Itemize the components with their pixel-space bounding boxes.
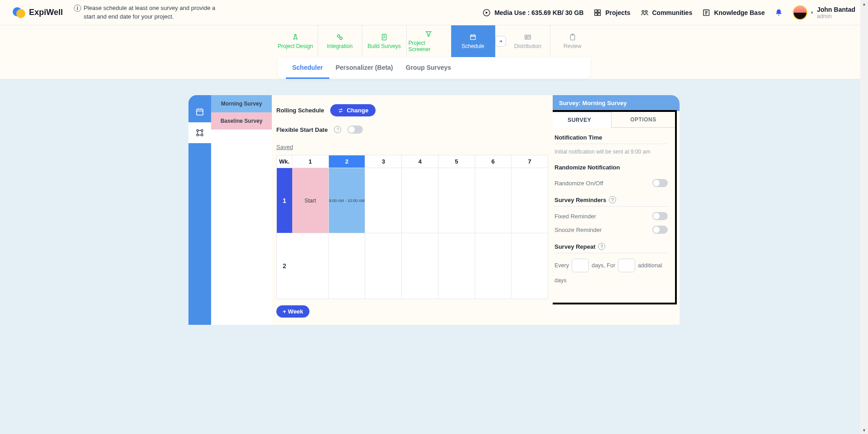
rail-logic[interactable] [188,122,211,143]
help-icon[interactable]: ? [598,243,605,250]
step-review[interactable]: Review [550,25,595,57]
subtab-group-surveys[interactable]: Group Surveys [400,58,458,79]
svg-point-6 [645,10,647,13]
plus-icon: + [283,308,286,315]
calendar-icon [195,107,204,116]
cal-cell[interactable] [475,168,512,233]
brand-logo[interactable]: ExpiWell [13,6,63,19]
info-icon: i [74,5,81,12]
cal-header-wk: Wk. [277,155,292,168]
cal-cell[interactable] [402,168,439,233]
nav-knowledge-base[interactable]: Knowledge Base [702,9,765,17]
cal-cell[interactable] [292,233,329,299]
cal-cell[interactable] [329,233,366,299]
help-icon[interactable]: ? [609,196,616,203]
survey-item-baseline[interactable]: Baseline Survey [211,112,272,130]
center-panel: Rolling Schedule Change Flexible Start D… [272,95,553,325]
notification-time-title: Notification Time [555,134,668,144]
nav-communities[interactable]: Communities [641,9,693,17]
media-use-text: Media Use : 635.69 KB/ 30 GB [494,9,583,16]
repeat-title-text: Survey Repeat [555,243,595,250]
rolling-label: Rolling Schedule [276,107,324,114]
tab-options[interactable]: OPTIONS [612,112,675,128]
step-label: Project Screener [409,40,449,53]
reminders-title: Survey Reminders ? [555,196,668,207]
step-distribution[interactable]: Distribution [506,25,550,57]
step-build-surveys[interactable]: Build Surveys [362,25,407,57]
cal-cell[interactable] [402,233,439,299]
cal-cell[interactable] [511,168,548,233]
randomize-label: Randomize On/Off [555,180,603,187]
cal-cell-slot[interactable]: 9:00 AM - 10:00 AM [329,168,366,233]
right-panel-tabs: SURVEY OPTIONS [553,112,675,128]
app-header: ExpiWell i Please schedule at least one … [0,0,868,25]
svg-point-19 [201,130,203,131]
saved-status: Saved [276,144,293,150]
repeat-additional-input[interactable] [618,259,635,272]
cal-header-day: 3 [365,155,402,168]
bell-icon[interactable] [775,9,783,17]
cal-cell[interactable] [439,233,475,299]
survey-list: Morning Survey Baseline Survey [211,95,272,325]
section-reminders: Survey Reminders ? Fixed Reminder Snooze… [553,190,675,236]
funnel-icon [424,30,433,38]
randomize-toggle[interactable] [652,179,668,187]
gears-icon [336,33,344,41]
media-use-indicator[interactable]: Media Use : 635.69 KB/ 30 GB [482,9,583,17]
cal-header-day: 2 [329,155,366,168]
step-schedule[interactable]: Schedule [451,25,496,57]
snooze-toggle[interactable] [652,226,668,234]
cal-header-day: 6 [475,155,512,168]
step-label: Build Surveys [367,43,400,49]
steps-bar: Project Design Integration Build Surveys… [0,25,868,58]
section-repeat: Survey Repeat ? Every days, For addition… [553,236,675,289]
cal-cell[interactable] [365,233,402,299]
flexible-toggle[interactable] [347,125,363,134]
notification-time-desc: Initial notification will be sent at 9:0… [555,149,668,155]
nav-communities-label: Communities [652,9,693,16]
rail-calendar[interactable] [188,101,211,122]
svg-point-9 [338,35,340,37]
subtab-scheduler[interactable]: Scheduler [286,58,329,79]
chevron-down-icon: ▾ [811,10,813,15]
cal-cell[interactable] [439,168,475,233]
step-project-screener[interactable]: Project Screener [407,25,451,57]
cal-cell[interactable] [475,233,512,299]
flexible-label: Flexible Start Date [276,126,328,133]
scrollbar[interactable]: ▲ ▼ [860,0,868,343]
reminders-title-text: Survey Reminders [555,197,606,203]
section-notification-time: Notification Time Initial notification w… [553,128,675,158]
notice-text: Please schedule at least one survey and … [84,4,228,20]
cal-cell[interactable] [511,233,548,299]
svg-rect-2 [598,10,600,12]
user-menu[interactable]: ▾ John Bantad admin [793,5,855,20]
svg-point-14 [526,36,527,38]
survey-item-morning[interactable]: Morning Survey [211,95,272,112]
svg-rect-17 [197,109,203,115]
fixed-toggle[interactable] [652,212,668,220]
fixed-label: Fixed Reminder [555,213,596,220]
svg-point-20 [197,134,198,136]
right-panel: Survey: Morning Survey SURVEY OPTIONS No… [553,95,680,325]
randomize-row: Randomize On/Off [555,179,668,187]
repeat-title: Survey Repeat ? [555,243,668,253]
nav-projects[interactable]: Projects [593,9,630,17]
subtab-personalizer[interactable]: Personalizer (Beta) [329,58,400,79]
step-integration[interactable]: Integration [318,25,362,57]
change-button[interactable]: Change [330,104,376,116]
cal-cell-start[interactable]: Start [292,168,329,233]
add-week-label: Week [288,308,304,315]
step-label: Distribution [514,43,541,49]
tab-survey[interactable]: SURVEY [553,112,612,128]
help-icon[interactable]: ? [334,126,341,133]
scroll-up-icon[interactable]: ▲ [860,0,868,8]
step-label: Schedule [462,43,484,49]
cal-header-day: 7 [511,155,548,168]
step-project-design[interactable]: Project Design [274,25,318,57]
cal-cell[interactable] [365,168,402,233]
add-week-button[interactable]: + Week [276,305,309,318]
workspace: Morning Survey Baseline Survey Rolling S… [0,95,868,343]
calendar-row: 1 Start 9:00 AM - 10:00 AM [277,168,548,233]
repeat-every-input[interactable] [572,259,589,272]
export-button[interactable] [495,36,506,47]
